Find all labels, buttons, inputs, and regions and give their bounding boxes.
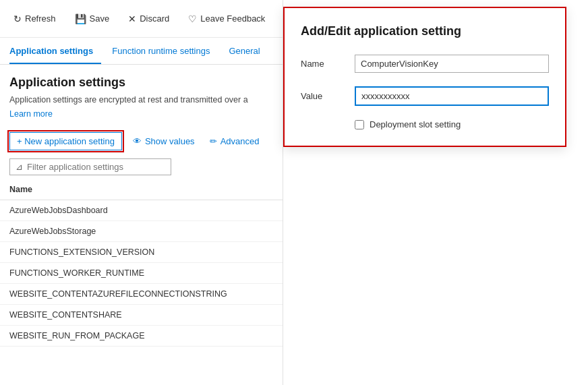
refresh-icon: ↻ xyxy=(13,13,22,24)
toolbar: ↻ Refresh 💾 Save ✕ Discard ♡ Leave Feedb… xyxy=(0,0,283,38)
table-row[interactable]: FUNCTIONS_WORKER_RUNTIME xyxy=(0,263,283,284)
table-row[interactable]: WEBSITE_CONTENTSHARE xyxy=(0,305,283,326)
value-input[interactable] xyxy=(355,86,549,106)
save-icon: 💾 xyxy=(75,13,86,24)
tab-function-runtime-settings[interactable]: Function runtime settings xyxy=(112,40,218,64)
discard-button[interactable]: ✕ Discard xyxy=(124,11,173,27)
deployment-slot-row: Deployment slot setting xyxy=(355,119,549,129)
filter-input[interactable] xyxy=(27,162,165,172)
tab-application-settings[interactable]: Application settings xyxy=(9,40,101,64)
feedback-button[interactable]: ♡ Leave Feedback xyxy=(184,11,269,27)
tabs-bar: Application settings Function runtime se… xyxy=(0,38,283,65)
left-panel: ↻ Refresh 💾 Save ✕ Discard ♡ Leave Feedb… xyxy=(0,0,283,385)
save-button[interactable]: 💾 Save xyxy=(71,11,114,27)
table-row[interactable]: AzureWebJobsDashboard xyxy=(0,200,283,221)
filter-icon: ⊿ xyxy=(16,162,23,172)
filter-input-wrap[interactable]: ⊿ xyxy=(9,158,171,175)
pencil-icon: ✏ xyxy=(210,136,217,146)
section-description: Application settings are encrypted at re… xyxy=(0,94,283,109)
tab-general[interactable]: General xyxy=(229,40,268,64)
refresh-button[interactable]: ↻ Refresh xyxy=(9,11,60,27)
name-input[interactable] xyxy=(355,55,549,73)
panel-title: Add/Edit application setting xyxy=(301,24,549,38)
value-label: Value xyxy=(301,91,355,101)
discard-icon: ✕ xyxy=(128,13,136,24)
advanced-button[interactable]: ✏ Advanced xyxy=(206,133,264,150)
filter-row: ⊿ xyxy=(0,154,283,179)
table-header: Name xyxy=(0,179,283,200)
eye-icon: 👁 xyxy=(133,136,142,146)
new-application-setting-button[interactable]: + New application setting xyxy=(9,132,122,150)
deployment-slot-checkbox[interactable] xyxy=(355,120,364,129)
show-values-button[interactable]: 👁 Show values xyxy=(129,133,199,150)
table-row[interactable]: FUNCTIONS_EXTENSION_VERSION xyxy=(0,242,283,263)
table-row[interactable]: WEBSITE_CONTENTAZUREFILECONNECTIONSTRING xyxy=(0,284,283,305)
table-row[interactable]: AzureWebJobsStorage xyxy=(0,221,283,242)
action-row: + New application setting 👁 Show values … xyxy=(0,128,283,154)
table-row[interactable]: WEBSITE_RUN_FROM_PACKAGE xyxy=(0,326,283,347)
name-label: Name xyxy=(301,59,355,69)
heart-icon: ♡ xyxy=(188,13,197,24)
learn-more-link[interactable]: Learn more xyxy=(0,109,283,128)
name-field-row: Name xyxy=(301,55,549,73)
section-heading: Application settings xyxy=(0,65,283,94)
deployment-slot-label: Deployment slot setting xyxy=(370,119,461,129)
add-edit-panel: Add/Edit application setting Name Value … xyxy=(283,7,566,147)
value-field-row: Value xyxy=(301,86,549,106)
